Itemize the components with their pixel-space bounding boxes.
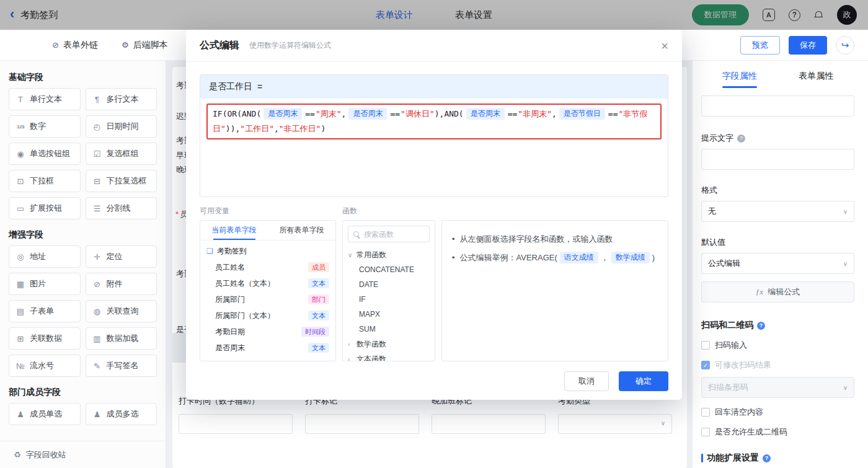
bottom-field-input[interactable] [179, 414, 293, 434]
field-token[interactable]: 是否周末 [264, 108, 302, 120]
sidebar-field-signature[interactable]: ✎手写签名 [86, 355, 157, 377]
sidebar-field-multi-dropdown[interactable]: ⊟下拉复选框 [86, 170, 157, 192]
subform-icon: ▤ [16, 307, 25, 316]
bottom-field-input[interactable] [305, 414, 419, 434]
sidebar-field-image[interactable]: ▦图片 [9, 273, 81, 295]
edit-formula-button[interactable]: ƒx 编辑公式 [701, 281, 854, 302]
variable-tabs: 当前表单字段所有表单字段 [200, 221, 335, 241]
checkbox-icon[interactable] [701, 408, 710, 417]
variable-row-0[interactable]: 员工姓名成员 [200, 259, 335, 275]
function-item-CONCATENATE[interactable]: CONCATENATE [343, 262, 435, 277]
sidebar-field-location[interactable]: ✛定位 [86, 245, 157, 268]
variable-row-4[interactable]: 考勤日期时间段 [200, 324, 335, 340]
function-group-0[interactable]: ∨常用函数 [343, 247, 435, 262]
sidebar-field-checkbox-group[interactable]: ☑复选框组 [86, 143, 157, 165]
sidebar-field-address[interactable]: ◎地址 [9, 245, 81, 268]
function-item-SUM[interactable]: SUM [343, 322, 435, 337]
function-group-2[interactable]: ›文本函数 [343, 351, 435, 361]
help-icon[interactable]: ? [789, 9, 800, 21]
sidebar-field-datetime[interactable]: ◴日期时间 [86, 115, 157, 138]
bullet-icon [452, 232, 460, 247]
share-button[interactable]: ↪ [836, 36, 854, 55]
format-select[interactable]: 无 ∨ [701, 201, 854, 222]
section-title-1: 增强字段 [9, 229, 157, 239]
data-manage-button[interactable]: 数据管理 [692, 4, 749, 25]
function-item-MAPX[interactable]: MAPX [343, 307, 435, 322]
close-icon[interactable]: × [661, 40, 668, 52]
sidebar-field-attachment[interactable]: ⊘附件 [86, 273, 157, 295]
language-icon[interactable]: A [763, 9, 775, 21]
sidebar-field-lookup[interactable]: ◍关联查询 [86, 300, 157, 322]
variable-row-2[interactable]: 所属部门部门 [200, 291, 335, 307]
preview-button[interactable]: 预览 [740, 36, 780, 55]
variable-name: 员工姓名（文本） [215, 278, 275, 289]
sidebar-field-number[interactable]: 123数字 [9, 115, 81, 138]
sidebar-field-data-load[interactable]: ▥数据加载 [86, 327, 157, 350]
variable-form-node[interactable]: ❏考勤签到 [200, 243, 335, 259]
topbar-tab-1[interactable]: 表单设置 [455, 9, 492, 21]
hint-text-input[interactable] [701, 149, 854, 170]
variables-tab-1[interactable]: 所有表单字段 [268, 221, 335, 240]
properties-tab-1[interactable]: 表单属性 [778, 68, 855, 87]
sidebar-field-dropdown[interactable]: ⊡下拉框 [9, 170, 81, 192]
function-search-input[interactable] [363, 229, 418, 239]
sidebar-field-subform[interactable]: ▤子表单 [9, 300, 81, 322]
checkbox-icon[interactable] [701, 428, 710, 436]
checkbox-checked-icon[interactable]: ✓ [701, 361, 710, 369]
field-item-label: 成员多选 [107, 408, 139, 420]
formula-editor[interactable]: IF(OR(AND(是否周末=="周末",是否周末=="调休日"),AND(是否… [200, 99, 668, 196]
scan-checks: 扫码输入✓可修改扫码结果 [701, 340, 854, 371]
sidebar-field-multiline-text[interactable]: ¶多行文本 [86, 88, 157, 110]
formula-token: == [390, 109, 400, 118]
variable-row-1[interactable]: 员工姓名（文本）文本 [200, 275, 335, 291]
other-check-1[interactable]: 是否允许生成二维码 [701, 426, 854, 438]
field-token[interactable]: 是否节假日 [559, 108, 605, 120]
variables-label: 可用变量 [200, 206, 342, 216]
bottom-field-input[interactable] [432, 414, 546, 434]
field-panel-tabs: 字段属性表单属性 [701, 68, 854, 87]
field-item-label: 附件 [107, 278, 123, 289]
sidebar-field-member-single[interactable]: ♟成员单选 [9, 403, 81, 425]
extension-help-icon[interactable]: ? [763, 454, 771, 462]
scan-check-0[interactable]: 扫码输入 [701, 340, 854, 351]
example-field-pill: 语文成绩 [560, 252, 598, 263]
field-token[interactable]: 是否周末 [466, 108, 505, 120]
hint-help-icon[interactable]: ? [737, 135, 745, 143]
save-button[interactable]: 保存 [789, 36, 827, 55]
sidebar-field-radio-group[interactable]: ◉单选按钮组 [9, 143, 81, 165]
function-item-IF[interactable]: IF [343, 292, 435, 307]
extension-title-text: 功能扩展设置 [707, 453, 759, 464]
sidebar-field-single-line-text[interactable]: T单行文本 [9, 88, 81, 110]
variable-row-3[interactable]: 所属部门（文本）文本 [200, 307, 335, 324]
sidebar-field-linked-data[interactable]: ⊞关联数据 [9, 327, 81, 350]
variable-row-5[interactable]: 是否周末文本 [200, 340, 335, 356]
modal-panels: 当前表单字段所有表单字段 ❏考勤签到员工姓名成员员工姓名（文本）文本所属部门部门… [200, 220, 668, 361]
formula-token: , [274, 124, 279, 133]
properties-tab-0[interactable]: 字段属性 [701, 68, 778, 87]
field-title-input[interactable] [701, 95, 854, 117]
confirm-button[interactable]: 确定 [619, 371, 668, 391]
user-avatar[interactable]: 政 [837, 5, 857, 25]
scan-help-icon[interactable]: ? [757, 322, 765, 330]
toolbar-link-0[interactable]: ⊘表单外链 [52, 40, 98, 51]
default-value-select[interactable]: 公式编辑 ∨ [701, 253, 854, 274]
sidebar-field-divider[interactable]: ☰分割线 [86, 197, 157, 219]
sidebar-field-member-multi[interactable]: ♟成员多选 [86, 403, 157, 425]
sidebar-field-serial-number[interactable]: №流水号 [9, 355, 81, 377]
field-token[interactable]: 是否周末 [348, 108, 387, 120]
signature-icon: ✎ [92, 361, 102, 371]
cancel-button[interactable]: 取消 [564, 371, 609, 391]
function-item-DATE[interactable]: DATE [343, 277, 435, 292]
scan-check-1[interactable]: ✓可修改扫码结果 [701, 360, 854, 371]
function-group-1[interactable]: ›数学函数 [343, 337, 435, 351]
notification-bell-icon[interactable] [814, 11, 823, 20]
checkbox-icon[interactable] [701, 341, 710, 350]
topbar-tab-0[interactable]: 表单设计 [376, 9, 413, 21]
bottom-field-select[interactable]: ∨ [558, 414, 672, 434]
toolbar-link-1[interactable]: ⚙后端脚本 [122, 40, 168, 51]
other-check-0[interactable]: 回车清空内容 [701, 407, 854, 418]
field-recycle-bin[interactable]: ♻ 字段回收站 [0, 441, 166, 468]
variables-tab-0[interactable]: 当前表单字段 [200, 221, 268, 240]
sidebar-field-extend-button[interactable]: ▭扩展按钮 [9, 197, 81, 219]
function-group-name: 文本函数 [356, 354, 386, 362]
